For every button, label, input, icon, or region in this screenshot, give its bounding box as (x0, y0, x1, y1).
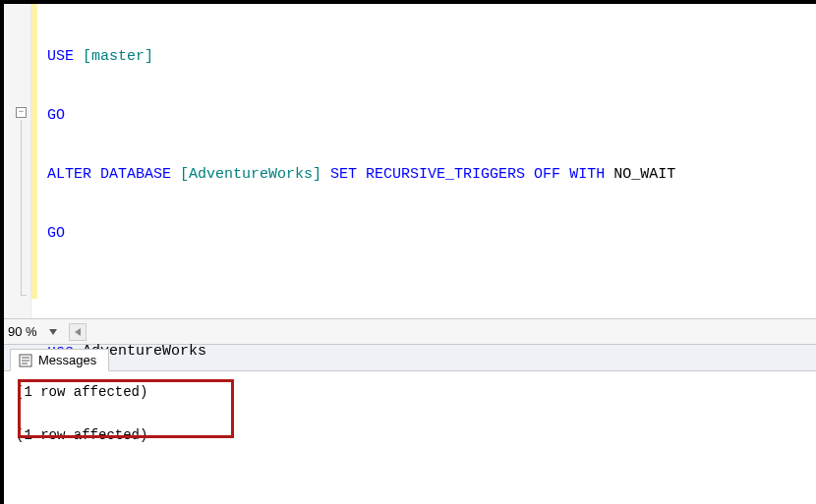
fold-guide-end (21, 295, 27, 296)
message-row (16, 403, 804, 424)
kw-alter-database: ALTER DATABASE (47, 166, 171, 183)
editor-gutter: − (4, 4, 31, 318)
message-row: (1 row affected) (16, 424, 804, 446)
kw-off: OFF (534, 166, 560, 183)
db-adventureworks: [AdventureWorks] (171, 166, 330, 183)
fold-guide (21, 120, 22, 295)
kw-with: WITH (560, 166, 605, 183)
messages-pane[interactable]: (1 row affected) (1 row affected) (4, 371, 816, 504)
tab-label: Messages (38, 353, 96, 367)
zoom-value: 90 % (8, 324, 37, 339)
code-area[interactable]: USE [master] GO ALTER DATABASE [Adventur… (31, 4, 816, 318)
message-row: (1 row affected) (16, 381, 804, 403)
sql-editor-pane[interactable]: − USE [master] GO ALTER DATABASE [Advent… (4, 4, 816, 318)
kw-go: GO (47, 225, 65, 242)
messages-icon (19, 354, 32, 367)
collapse-toggle[interactable]: − (16, 107, 27, 118)
opt-recursive-triggers: RECURSIVE_TRIGGERS (357, 166, 534, 183)
kw-use: USE (47, 48, 74, 65)
kw-go: GO (47, 107, 65, 124)
tab-messages[interactable]: Messages (10, 349, 109, 371)
db-master: [master] (74, 48, 153, 65)
opt-nowait: NO_WAIT (605, 166, 675, 183)
kw-set: SET (330, 166, 357, 183)
